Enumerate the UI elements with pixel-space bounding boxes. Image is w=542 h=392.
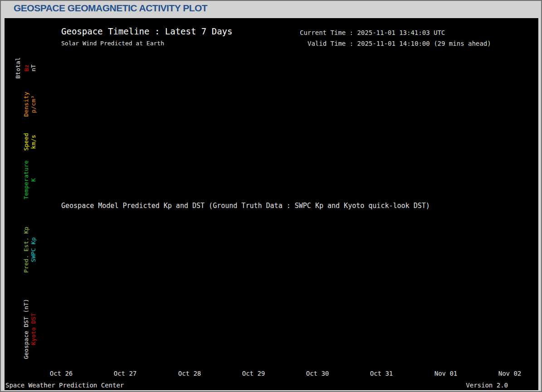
x-axis-label: Oct 30: [297, 370, 338, 377]
footer-version: Version 2.0: [466, 382, 508, 389]
y-axis-label-temperature: Temperature: [23, 139, 30, 221]
plot-title: Geospace Timeline : Latest 7 Days: [61, 27, 233, 36]
x-axis-label: Nov 02: [489, 370, 530, 377]
x-axis-label: Nov 01: [425, 370, 466, 377]
geospace-plot-canvas: [1, 1, 542, 392]
kp-dst-section-title: Geospace Model Predicted Kp and DST (Gro…: [61, 202, 430, 210]
y-axis-label-btotal: Btotal: [15, 27, 22, 109]
x-axis-label: Oct 31: [361, 370, 402, 377]
y-axis-label-geospace-dst: Geospace DST (nT): [23, 288, 30, 370]
geospace-activity-page: GEOSPACE GEOMAGNETIC ACTIVITY PLOT Geosp…: [0, 0, 542, 392]
x-axis-label: Oct 27: [105, 370, 146, 377]
x-axis-label: Oct 26: [41, 370, 82, 377]
valid-time-label: Valid Time : 2025-11-01 14:10:00 (29 min…: [308, 40, 491, 47]
y-axis-label-kyoto-dst: Kyoto DST: [30, 288, 37, 370]
y-axis-label-pred-est-kp: Pred. Est. Kp: [23, 209, 30, 290]
plot-subtitle: Solar Wind Predicted at Earth: [61, 40, 164, 47]
x-axis-label: Oct 29: [233, 370, 274, 377]
x-axis-label: Oct 28: [169, 370, 210, 377]
y-axis-label-temperature-unit: K: [30, 139, 37, 221]
current-time-label: Current Time : 2025-11-01 13:41:03 UTC: [300, 29, 445, 36]
page-title: GEOSPACE GEOMAGNETIC ACTIVITY PLOT: [14, 3, 207, 14]
y-axis-label-swpc-kp: SWPC Kp: [30, 209, 37, 290]
footer-organization: Space Weather Prediction Center: [5, 382, 124, 389]
